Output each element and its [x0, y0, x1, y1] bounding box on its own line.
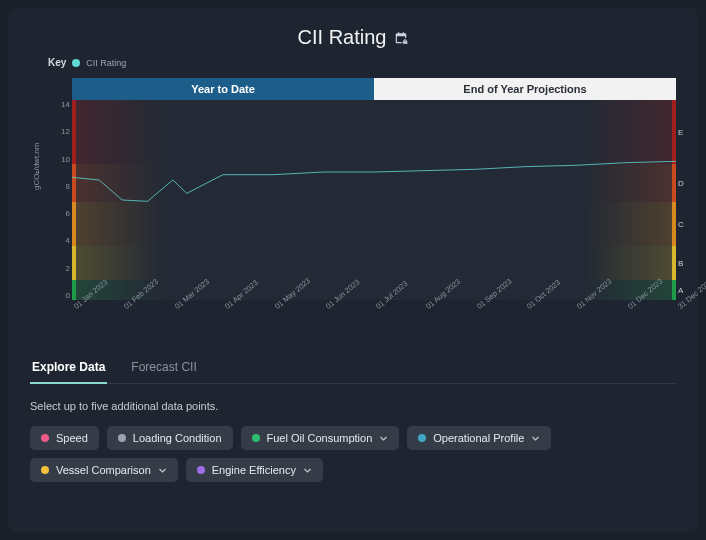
chip-dot — [197, 466, 205, 474]
page-title: CII Rating — [298, 26, 387, 49]
chip-label: Fuel Oil Consumption — [267, 432, 373, 444]
chip-label: Vessel Comparison — [56, 464, 151, 476]
chevron-down-icon — [379, 434, 388, 443]
segment-projections[interactable]: End of Year Projections — [374, 78, 676, 100]
chip-label: Operational Profile — [433, 432, 524, 444]
chip-engine-efficiency[interactable]: Engine Efficiency — [186, 458, 323, 482]
tab-explore-data[interactable]: Explore Data — [30, 354, 107, 384]
chevron-down-icon — [158, 466, 167, 475]
chip-fuel-oil-consumption[interactable]: Fuel Oil Consumption — [241, 426, 400, 450]
chevron-down-icon — [531, 434, 540, 443]
line-plot — [72, 100, 676, 300]
y-axis: 14121086420 — [50, 100, 70, 300]
y-tick: 8 — [50, 182, 70, 191]
chip-dot — [418, 434, 426, 442]
calendar-icon[interactable] — [394, 31, 408, 45]
y-tick: 2 — [50, 264, 70, 273]
y-tick: 10 — [50, 155, 70, 164]
chip-vessel-comparison[interactable]: Vessel Comparison — [30, 458, 178, 482]
title-row: CII Rating — [30, 26, 676, 49]
legend-series: CII Rating — [86, 58, 126, 68]
y-tick: 0 — [50, 291, 70, 300]
grade-label: D — [678, 179, 684, 188]
grade-label: E — [678, 128, 683, 137]
chip-speed[interactable]: Speed — [30, 426, 99, 450]
grade-label: C — [678, 220, 684, 229]
y-tick: 12 — [50, 127, 70, 136]
chevron-down-icon — [303, 466, 312, 475]
grade-label: B — [678, 259, 683, 268]
grade-label: A — [678, 286, 683, 295]
grade-axis: EDCBA — [678, 100, 688, 300]
chip-loading-condition[interactable]: Loading Condition — [107, 426, 233, 450]
y-tick: 6 — [50, 209, 70, 218]
x-axis: 01 Jan 202301 Feb 202301 Mar 202301 Apr … — [72, 300, 676, 334]
chart: gCO₂/dwt.nm 14121086420 EDCBA — [72, 100, 676, 300]
cii-panel: CII Rating Key CII Rating Year to Date E… — [8, 8, 698, 532]
segment-year-to-date[interactable]: Year to Date — [72, 78, 374, 100]
segmented-control: Year to Date End of Year Projections — [72, 78, 676, 100]
chip-dot — [41, 434, 49, 442]
chip-dot — [118, 434, 126, 442]
chip-operational-profile[interactable]: Operational Profile — [407, 426, 551, 450]
chip-label: Speed — [56, 432, 88, 444]
chip-label: Engine Efficiency — [212, 464, 296, 476]
tab-forecast-cii[interactable]: Forecast CII — [129, 354, 198, 384]
legend-label: Key — [48, 57, 66, 68]
lower-tabs: Explore Data Forecast CII — [30, 354, 676, 384]
y-tick: 4 — [50, 236, 70, 245]
chip-dot — [41, 466, 49, 474]
instruction-text: Select up to five additional data points… — [30, 400, 676, 412]
plot-area — [72, 100, 676, 300]
legend: Key CII Rating — [30, 57, 676, 68]
chip-dot — [252, 434, 260, 442]
y-tick: 14 — [50, 100, 70, 109]
y-axis-title: gCO₂/dwt.nm — [32, 143, 41, 190]
legend-dot — [72, 59, 80, 67]
chip-label: Loading Condition — [133, 432, 222, 444]
chip-row: SpeedLoading ConditionFuel Oil Consumpti… — [30, 426, 676, 482]
